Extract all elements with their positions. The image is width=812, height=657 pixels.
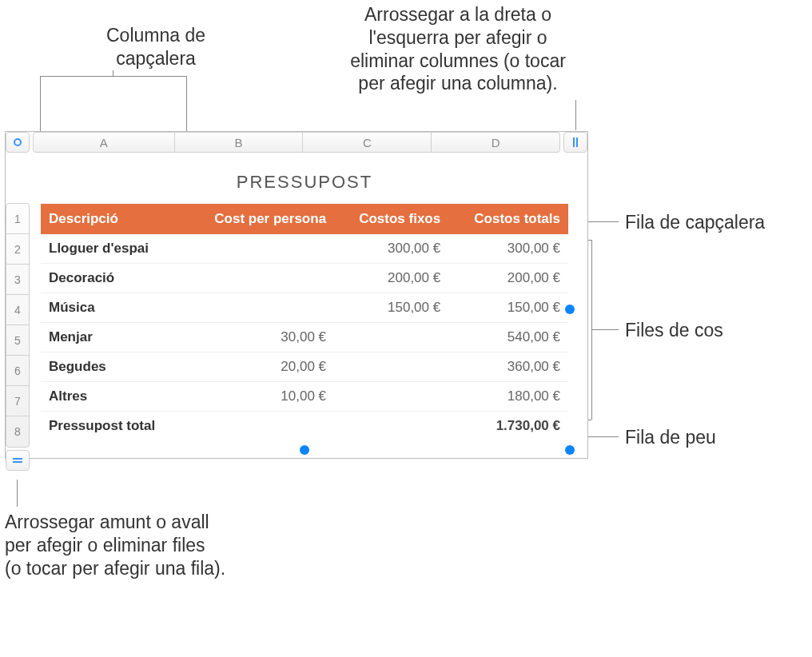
table-row: Menjar 30,00 € 540,00 € xyxy=(41,323,568,352)
cell[interactable]: 150,00 € xyxy=(334,293,448,323)
selection-handle-icon[interactable] xyxy=(565,305,575,314)
row-header[interactable]: 5 xyxy=(6,325,29,356)
cell[interactable]: 540,00 € xyxy=(448,323,568,352)
header-cell[interactable]: Costos fixos xyxy=(334,204,448,234)
callout-drag-rows: Arrossegar amunt o avall per afegir o el… xyxy=(5,511,277,579)
callout-drag-columns: Arrossegar a la dreta o l'esquerra per a… xyxy=(334,3,582,95)
column-header-c[interactable]: C xyxy=(303,133,432,152)
cell[interactable] xyxy=(334,382,448,412)
row-headers: 1 2 3 4 5 6 7 8 xyxy=(6,203,30,448)
callout-body-rows: Files de cos xyxy=(625,319,723,342)
cell[interactable]: 180,00 € xyxy=(448,382,568,412)
table-row: Lloguer d'espai 300,00 € 300,00 € xyxy=(41,234,568,264)
cell[interactable]: 200,00 € xyxy=(448,264,568,293)
table-row: Música 150,00 € 150,00 € xyxy=(41,293,568,323)
column-headers: A B C D xyxy=(33,132,560,153)
cell[interactable]: 300,00 € xyxy=(448,234,568,264)
callout-footer-row: Fila de peu xyxy=(625,426,716,449)
leader-line xyxy=(591,329,619,330)
table-title: PRESSUPOST xyxy=(41,161,568,204)
cell[interactable] xyxy=(334,412,448,441)
cell[interactable]: Begudes xyxy=(41,352,185,382)
cell[interactable]: 10,00 € xyxy=(185,382,334,412)
row-header[interactable]: 1 xyxy=(6,204,29,234)
row-header[interactable]: 7 xyxy=(6,386,29,416)
row-header[interactable]: 2 xyxy=(6,234,29,265)
cell[interactable]: 1.730,00 € xyxy=(448,412,568,441)
footer-row: Pressupost total 1.730,00 € xyxy=(41,412,568,441)
row-header[interactable]: 3 xyxy=(6,265,29,295)
text: per afegir o eliminar files xyxy=(5,535,205,555)
cell[interactable]: Lloguer d'espai xyxy=(41,234,185,264)
cell[interactable] xyxy=(334,352,448,382)
cell[interactable] xyxy=(334,323,448,352)
cell[interactable]: Pressupost total xyxy=(41,412,185,441)
text: Arrossegar a la dreta o xyxy=(364,4,551,25)
table-area: PRESSUPOST Descripció Cost per persona C… xyxy=(41,161,568,447)
table-row: Altres 10,00 € 180,00 € xyxy=(41,382,568,412)
table-select-handle[interactable] xyxy=(6,132,30,153)
cell[interactable] xyxy=(185,412,334,441)
cell[interactable]: 300,00 € xyxy=(334,234,448,264)
cell[interactable]: 20,00 € xyxy=(185,352,334,382)
column-header-d[interactable]: D xyxy=(432,133,559,152)
row-header[interactable]: 4 xyxy=(6,295,29,325)
text: per afegir una columna). xyxy=(358,73,557,94)
cell[interactable] xyxy=(185,264,334,293)
text: eliminar columnes (o tocar xyxy=(350,50,566,71)
cell[interactable] xyxy=(185,234,334,264)
columns-icon xyxy=(573,137,578,147)
leader-line xyxy=(113,70,113,77)
text: capçalera xyxy=(116,48,196,69)
rows-icon xyxy=(13,458,22,460)
row-header[interactable]: 8 xyxy=(6,416,29,447)
cell[interactable]: 30,00 € xyxy=(185,323,334,352)
selection-handle-icon[interactable] xyxy=(300,445,309,455)
rows-icon xyxy=(13,461,22,463)
callout-header-row: Fila de capçalera xyxy=(625,211,765,234)
callout-header-column: Columna de capçalera xyxy=(76,24,236,70)
column-header-b[interactable]: B xyxy=(175,133,304,152)
spreadsheet-frame: A B C D 1 2 3 4 5 6 7 8 PRESSUPOST Descr… xyxy=(5,131,588,459)
add-column-handle[interactable] xyxy=(563,132,587,153)
text: Columna de xyxy=(106,25,205,46)
header-row: Descripció Cost per persona Costos fixos… xyxy=(41,204,568,234)
cell[interactable] xyxy=(185,293,334,323)
row-header[interactable]: 6 xyxy=(6,356,29,386)
cell[interactable]: Decoració xyxy=(41,264,185,293)
data-table: Descripció Cost per persona Costos fixos… xyxy=(41,204,568,440)
add-row-handle[interactable] xyxy=(6,450,30,471)
leader-line xyxy=(17,480,18,507)
table-row: Begudes 20,00 € 360,00 € xyxy=(41,352,568,382)
cell[interactable]: 360,00 € xyxy=(448,352,568,382)
selection-handle-icon[interactable] xyxy=(565,445,575,455)
cell[interactable]: 150,00 € xyxy=(448,293,568,323)
cell[interactable]: Menjar xyxy=(41,323,185,352)
table-row: Decoració 200,00 € 200,00 € xyxy=(41,264,568,293)
cell[interactable]: 200,00 € xyxy=(334,264,448,293)
cell[interactable]: Altres xyxy=(41,382,185,412)
header-cell[interactable]: Descripció xyxy=(41,204,185,234)
circle-icon xyxy=(14,138,22,146)
text: (o tocar per afegir una fila). xyxy=(5,558,225,579)
text: l'esquerra per afegir o xyxy=(368,27,547,48)
column-header-a[interactable]: A xyxy=(34,133,175,152)
text: Arrossegar amunt o avall xyxy=(5,512,209,532)
cell[interactable]: Música xyxy=(41,293,185,323)
header-cell[interactable]: Costos totals xyxy=(448,204,568,234)
leader-line xyxy=(575,100,576,130)
header-cell[interactable]: Cost per persona xyxy=(185,204,334,234)
